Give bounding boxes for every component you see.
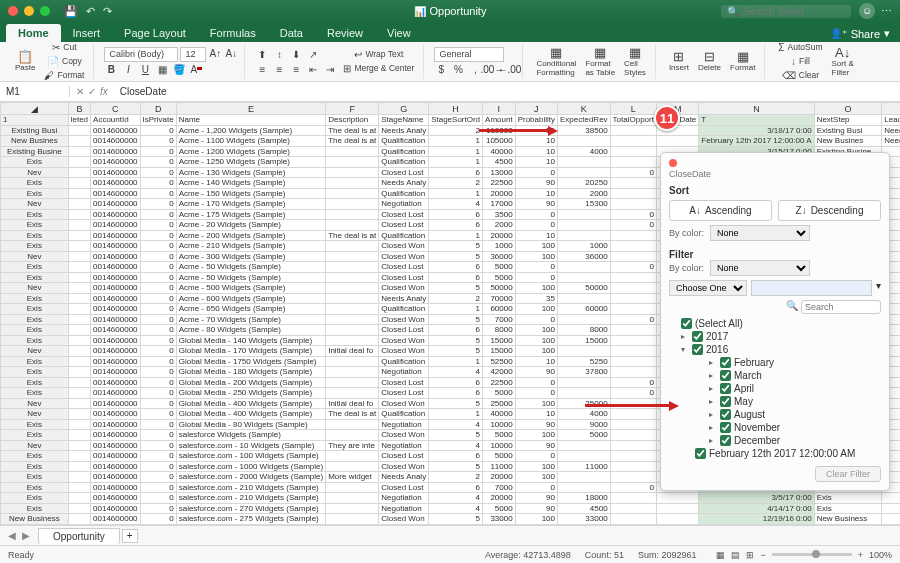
caret-icon[interactable]: ▾	[681, 345, 689, 354]
cell[interactable]: Closed Won	[379, 430, 429, 441]
format-cells-button[interactable]: ▦Format	[727, 49, 758, 74]
cell[interactable]: Existing Business	[814, 524, 882, 525]
view-page-layout-icon[interactable]: ▤	[731, 550, 740, 560]
cell[interactable]: 90	[515, 493, 557, 504]
cell[interactable]: Exis	[814, 503, 882, 514]
cell[interactable]: Closed Lost	[379, 524, 429, 525]
cell[interactable]: 0014600000	[91, 188, 141, 199]
cell[interactable]: 100	[515, 472, 557, 483]
caret-icon[interactable]: ▸	[709, 384, 717, 393]
cell[interactable]: 4	[429, 199, 483, 210]
cell[interactable]: Closed Won	[379, 314, 429, 325]
view-normal-icon[interactable]: ▦	[716, 550, 725, 560]
cell[interactable]: 90	[515, 503, 557, 514]
cell[interactable]	[326, 262, 379, 273]
tab-data[interactable]: Data	[268, 24, 315, 42]
cell[interactable]: 5	[429, 335, 483, 346]
accept-formula-icon[interactable]: ✓	[88, 86, 96, 97]
cell[interactable]: 0014600000	[91, 482, 141, 493]
cell[interactable]: Global Media - 170 Widgets (Sample)	[176, 346, 326, 357]
cell[interactable]: Needs Analy	[379, 125, 429, 136]
column-header-K[interactable]: L	[610, 103, 656, 115]
cell[interactable]	[326, 524, 379, 525]
cell[interactable]: Closed Won	[379, 398, 429, 409]
cell[interactable]: 0	[140, 293, 176, 304]
cell[interactable]	[68, 209, 90, 220]
cell[interactable]	[610, 493, 656, 504]
filter-item-special-date[interactable]: February 12th 2017 12:00:00 AM	[695, 447, 881, 460]
cell[interactable]: Closed Won	[379, 514, 429, 525]
cell[interactable]: 5000	[483, 388, 516, 399]
cell[interactable]: 2	[429, 178, 483, 189]
cell[interactable]	[882, 493, 900, 504]
cell[interactable]: 20000	[483, 493, 516, 504]
cell[interactable]: salesforce.com - 100 Widgets (Sample)	[176, 451, 326, 462]
cell[interactable]: NextStep	[814, 115, 882, 126]
cell[interactable]	[610, 472, 656, 483]
cell[interactable]: 0	[140, 356, 176, 367]
column-header-N[interactable]: O	[814, 103, 882, 115]
cell[interactable]: Closed Won	[379, 251, 429, 262]
user-account-icon[interactable]: ☺	[859, 3, 875, 19]
cell[interactable]: 0014600000	[91, 472, 141, 483]
cell[interactable]: 0014600000	[91, 230, 141, 241]
cell[interactable]	[882, 514, 900, 525]
row-header[interactable]: Existing Business	[1, 524, 69, 525]
increase-font-button[interactable]: A↑	[208, 47, 222, 61]
cell[interactable]: Negotiation	[379, 199, 429, 210]
row-header[interactable]: Nev	[1, 167, 69, 178]
cell[interactable]: More widget	[326, 472, 379, 483]
cell[interactable]: 0	[140, 146, 176, 157]
cell[interactable]: 12/19/16 0:00	[699, 514, 814, 525]
cell[interactable]: Closed Won	[379, 461, 429, 472]
cell[interactable]: 0	[515, 451, 557, 462]
cell[interactable]: Acme - 140 Widgets (Sample)	[176, 178, 326, 189]
redo-icon[interactable]: ↷	[103, 5, 112, 18]
cell[interactable]	[610, 251, 656, 262]
cell[interactable]: 4500	[483, 157, 516, 168]
cell[interactable]: 0014600000	[91, 440, 141, 451]
help-icon[interactable]: ⋯	[881, 5, 892, 18]
cell[interactable]: 0	[140, 398, 176, 409]
cell[interactable]	[326, 178, 379, 189]
cell[interactable]	[610, 419, 656, 430]
cell[interactable]	[68, 346, 90, 357]
cell[interactable]	[326, 356, 379, 367]
cell[interactable]: 0014600000	[91, 377, 141, 388]
cell-styles-button[interactable]: ▦Cell Styles	[621, 45, 649, 79]
cell[interactable]: 0	[515, 209, 557, 220]
cell[interactable]	[68, 503, 90, 514]
cell[interactable]: 11000	[558, 461, 611, 472]
caret-icon[interactable]: ▸	[709, 358, 717, 367]
cell[interactable]: 0	[140, 136, 176, 147]
row-header[interactable]: Exis	[1, 262, 69, 273]
cell[interactable]: 15000	[483, 335, 516, 346]
column-header-M[interactable]: N	[699, 103, 814, 115]
underline-button[interactable]: U	[138, 63, 152, 77]
cell[interactable]	[68, 167, 90, 178]
cell[interactable]: 5	[429, 251, 483, 262]
cell[interactable]: 3500	[483, 209, 516, 220]
cell[interactable]	[68, 188, 90, 199]
cell[interactable]: salesforce Widgets (Sample)	[176, 430, 326, 441]
cell[interactable]	[326, 325, 379, 336]
cell[interactable]: 0	[140, 283, 176, 294]
cell[interactable]	[68, 461, 90, 472]
fill-color-button[interactable]: 🪣	[172, 63, 186, 77]
cell[interactable]	[610, 157, 656, 168]
cell[interactable]	[326, 493, 379, 504]
cell[interactable]: 0	[140, 188, 176, 199]
cell[interactable]	[68, 199, 90, 210]
cell[interactable]: 0014600000	[91, 167, 141, 178]
cell[interactable]	[882, 503, 900, 514]
cell[interactable]: 100	[515, 304, 557, 315]
cell[interactable]: 0	[140, 419, 176, 430]
cell[interactable]	[68, 482, 90, 493]
cell[interactable]: 5	[429, 430, 483, 441]
cell[interactable]	[68, 146, 90, 157]
cell[interactable]: Initial deal fo	[326, 346, 379, 357]
cell[interactable]: Acme - 70 Widgets (Sample)	[176, 314, 326, 325]
cell[interactable]	[558, 346, 611, 357]
cell[interactable]: Closed Won	[379, 283, 429, 294]
cell[interactable]: 0	[140, 199, 176, 210]
